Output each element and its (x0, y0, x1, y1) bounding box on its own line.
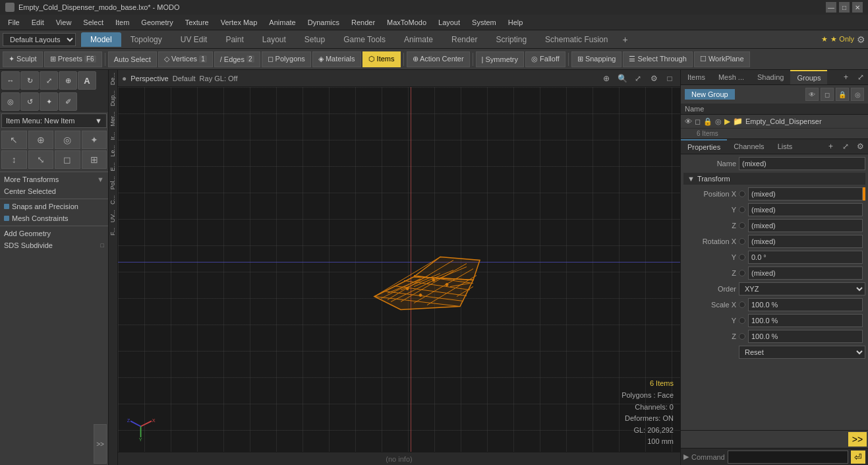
tool-text[interactable]: A (78, 71, 96, 90)
props-rotation-y-input[interactable] (748, 251, 863, 264)
transform-btn-7[interactable]: ◻ (55, 150, 80, 169)
rotation-z-indicator[interactable] (739, 270, 745, 276)
vert-tab-e[interactable]: E... (109, 160, 117, 174)
command-submit-button[interactable]: ⏎ (851, 450, 865, 464)
menu-file[interactable]: File (3, 17, 25, 28)
tab-uvedit[interactable]: UV Edit (171, 32, 217, 47)
window-controls[interactable]: — □ ✕ (826, 2, 863, 13)
close-button[interactable]: ✕ (852, 2, 863, 13)
tab-layout[interactable]: Layout (253, 32, 295, 47)
snapping-button[interactable]: ⊞ Snapping (571, 51, 622, 67)
layout-select[interactable]: Default Layouts (3, 33, 76, 46)
props-reset-select[interactable]: Reset (739, 346, 865, 359)
menu-edit[interactable]: Edit (26, 17, 49, 28)
rp-tab-groups[interactable]: Groups (790, 70, 827, 84)
more-transforms-item[interactable]: More Transforms ▼ (0, 173, 108, 185)
tab-topology[interactable]: Topology (121, 32, 171, 47)
tab-animate[interactable]: Animate (395, 32, 442, 47)
maximize-button[interactable]: □ (839, 2, 850, 13)
position-y-indicator[interactable] (739, 206, 745, 213)
tab-setup[interactable]: Setup (295, 32, 334, 47)
transform-btn-8[interactable]: ⊞ (82, 150, 107, 169)
props-submit-button[interactable]: >> (848, 432, 867, 447)
props-position-z-input[interactable] (748, 219, 863, 232)
viewport-icon-4[interactable]: ⚙ (647, 72, 660, 85)
props-name-input[interactable] (739, 157, 865, 170)
vert-tab-mer[interactable]: Mer... (109, 109, 117, 129)
tool-paint[interactable]: ✦ (40, 92, 58, 111)
sds-subdivide-item[interactable]: SDS Subdivide □ (0, 239, 108, 251)
tab-schematic[interactable]: Schematic Fusion (536, 32, 617, 47)
tool-pen[interactable]: ✐ (59, 92, 77, 111)
rotation-y-indicator[interactable] (739, 254, 745, 261)
add-tab-button[interactable]: + (617, 32, 633, 47)
sculpt-button[interactable]: ✦ Sculpt (3, 51, 43, 67)
menu-geometry[interactable]: Geometry (136, 17, 178, 28)
falloff-button[interactable]: ◎ Falloff (525, 51, 565, 67)
transform-btn-2[interactable]: ⊕ (28, 131, 54, 149)
presets-button[interactable]: ⊞ Presets F6 (44, 51, 102, 67)
viewport-canvas[interactable]: 6 Items Polygons : Face Channels: 0 Defo… (118, 87, 680, 452)
groups-item-dispenser[interactable]: 👁 ◻ 🔒 ◎ ▶ 📁 Empty_Cold_Dispenser (681, 115, 868, 129)
props-tab-channels[interactable]: Channels (727, 140, 770, 153)
tab-gametools[interactable]: Game Tools (334, 32, 395, 47)
transform-btn-1[interactable]: ↖ (1, 131, 27, 149)
vert-tab-pol[interactable]: Pol... (109, 173, 117, 193)
snaps-precision-item[interactable]: Snaps and Precision (0, 201, 108, 212)
vert-tab-ir[interactable]: Ir... (109, 129, 117, 143)
props-order-select[interactable]: XYZ (739, 282, 865, 295)
menu-help[interactable]: Help (503, 17, 529, 28)
viewport-icon-1[interactable]: ⊕ (600, 72, 613, 85)
rp-tab-shading[interactable]: Shading (751, 71, 790, 84)
scale-z-indicator[interactable] (739, 333, 745, 340)
vert-tab-dup[interactable]: Dup... (109, 88, 117, 109)
item-menu[interactable]: Item Menu: New Item ▼ (1, 113, 107, 128)
settings-button[interactable]: ⚙ (857, 34, 865, 45)
rotation-x-indicator[interactable] (739, 238, 745, 245)
tab-model[interactable]: Model (81, 32, 121, 47)
items-button[interactable]: ⬡ Items (362, 51, 401, 67)
tab-render[interactable]: Render (442, 32, 486, 47)
menu-texture[interactable]: Texture (180, 17, 214, 28)
minimize-button[interactable]: — (826, 2, 836, 13)
new-group-button[interactable]: New Group (685, 89, 735, 100)
props-position-y-input[interactable] (748, 203, 863, 216)
vert-tab-c[interactable]: C... (109, 193, 117, 207)
tool-rotate[interactable]: ↻ (20, 71, 39, 90)
props-rotation-x-input[interactable] (748, 235, 863, 248)
groups-render-icon[interactable]: ◻ (821, 88, 834, 101)
props-tab-add[interactable]: + (823, 139, 838, 154)
props-rotation-z-input[interactable] (748, 266, 863, 280)
rp-tab-mesh[interactable]: Mesh ... (712, 71, 751, 84)
transform-btn-3[interactable]: ◎ (55, 131, 80, 149)
materials-button[interactable]: ◈ Materials (312, 51, 361, 67)
tool-loop[interactable]: ↺ (20, 92, 39, 111)
auto-select-button[interactable]: Auto Select (108, 51, 157, 67)
transform-btn-5[interactable]: ↕ (1, 150, 27, 169)
tool-scale[interactable]: ⤢ (40, 71, 58, 90)
props-scale-y-input[interactable] (748, 314, 863, 327)
vert-tab-de[interactable]: De... (109, 70, 117, 88)
mesh-constraints-item[interactable]: Mesh Constraints (0, 212, 108, 224)
viewport-icon-2[interactable]: 🔍 (616, 72, 629, 85)
groups-solo-icon[interactable]: ◎ (851, 88, 864, 101)
props-position-x-input[interactable] (748, 187, 863, 201)
groups-lock-icon[interactable]: 🔒 (836, 88, 849, 101)
props-scale-x-input[interactable] (748, 298, 863, 311)
menu-item[interactable]: Item (110, 17, 134, 28)
tab-paint[interactable]: Paint (216, 32, 252, 47)
menu-layout[interactable]: Layout (433, 17, 465, 28)
menu-animate[interactable]: Animate (264, 17, 301, 28)
workplane-button[interactable]: ☐ WorkPlane (694, 51, 750, 67)
position-x-indicator[interactable] (739, 191, 745, 197)
viewport-icon-3[interactable]: ⤢ (631, 72, 645, 85)
position-z-indicator[interactable] (739, 222, 745, 229)
scale-x-indicator[interactable] (739, 301, 745, 308)
center-selected-item[interactable]: Center Selected (0, 185, 108, 197)
tab-scripting[interactable]: Scripting (486, 32, 536, 47)
rp-tab-items[interactable]: Items (681, 71, 712, 84)
menu-render[interactable]: Render (346, 17, 380, 28)
groups-eye-icon[interactable]: 👁 (805, 88, 819, 101)
viewport-icon-5[interactable]: □ (663, 72, 676, 85)
action-center-button[interactable]: ⊕ Action Center (407, 51, 470, 67)
